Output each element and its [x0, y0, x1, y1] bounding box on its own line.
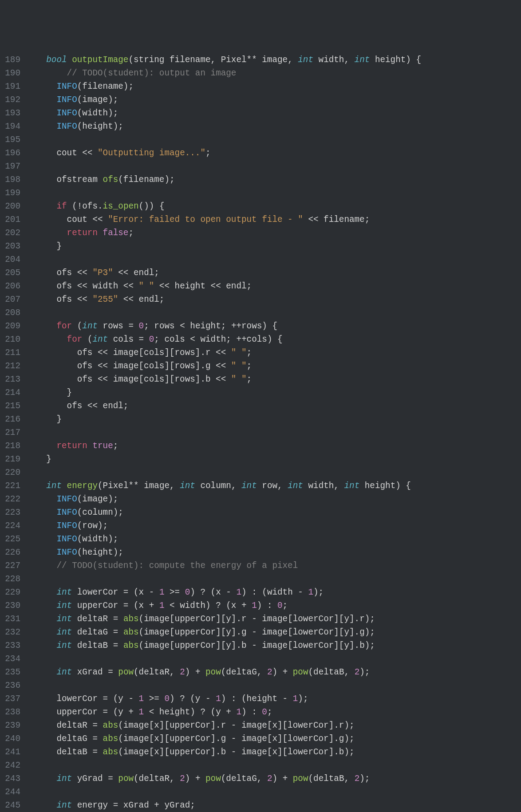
code-line[interactable] — [26, 466, 521, 479]
code-line[interactable] — [26, 426, 521, 439]
code-line[interactable]: int xGrad = pow(deltaR, 2) + pow(deltaG,… — [26, 666, 521, 679]
code-line[interactable]: ofs << "255" << endl; — [26, 293, 521, 306]
token: ; — [283, 601, 288, 611]
code-line[interactable] — [26, 133, 521, 146]
code-line[interactable] — [26, 160, 521, 173]
line-number: 215 — [2, 399, 20, 413]
code-line[interactable] — [26, 253, 521, 266]
line-number: 210 — [2, 333, 20, 346]
code-line[interactable] — [26, 785, 521, 799]
code-line[interactable]: ofs << endl; — [26, 399, 521, 413]
code-line[interactable]: INFO(image); — [26, 93, 521, 106]
token: return — [67, 228, 103, 238]
token: ()) { — [139, 201, 165, 211]
token — [26, 95, 56, 105]
token: pow — [118, 667, 134, 677]
token: ) ? (x - — [190, 587, 236, 597]
code-line[interactable]: } — [26, 240, 521, 253]
code-line[interactable]: deltaG = abs(image[x][upperCor].g - imag… — [26, 732, 521, 745]
token: (width); — [77, 534, 118, 544]
token — [26, 508, 56, 517]
token: "Error: failed to open output file - " — [108, 215, 303, 225]
code-line[interactable]: deltaB = abs(image[x][upperCor].b - imag… — [26, 745, 521, 759]
code-line[interactable]: int deltaR = abs(image[upperCor][y].r - … — [26, 612, 521, 626]
code-line[interactable]: ofs << "P3" << endl; — [26, 266, 521, 280]
code-line[interactable]: INFO(height); — [26, 546, 521, 559]
line-number: 221 — [2, 479, 20, 493]
code-line[interactable]: return true; — [26, 439, 521, 453]
code-line[interactable] — [26, 306, 521, 319]
code-line[interactable]: ofs << image[cols][rows].b << " "; — [26, 373, 521, 386]
token — [26, 122, 56, 131]
token: " " — [231, 361, 247, 371]
code-line[interactable]: int energy(Pixel** image, int column, in… — [26, 479, 521, 493]
code-line[interactable]: // TODO(student): compute the energy of … — [26, 559, 521, 572]
code-line[interactable]: cout << "Outputting image..."; — [26, 146, 521, 160]
code-line[interactable]: return false; — [26, 226, 521, 240]
code-line[interactable]: for (int cols = 0; cols < width; ++cols)… — [26, 333, 521, 346]
code-line[interactable]: int deltaB = abs(image[upperCor][y].b - … — [26, 639, 521, 652]
code-line[interactable]: cout << "Error: failed to open output fi… — [26, 213, 521, 226]
token: int — [56, 641, 77, 650]
code-line[interactable]: // TODO(student): output an image — [26, 67, 521, 80]
code-line[interactable]: bool outputImage(string filename, Pixel*… — [26, 53, 521, 67]
token: ; rows < height; ++rows) { — [144, 321, 277, 331]
code-line[interactable]: int deltaG = abs(image[upperCor][y].g - … — [26, 626, 521, 639]
code-line[interactable]: int upperCor = (x + 1 < width) ? (x + 1)… — [26, 599, 521, 612]
code-line[interactable]: int yGrad = pow(deltaR, 2) + pow(deltaG,… — [26, 772, 521, 785]
line-number: 237 — [2, 692, 20, 706]
code-line[interactable]: for (int rows = 0; rows < height; ++rows… — [26, 319, 521, 333]
code-line[interactable]: lowerCor = (y - 1 >= 0) ? (y - 1) : (hei… — [26, 692, 521, 706]
token: 1 — [139, 694, 144, 704]
token: } — [26, 241, 62, 251]
token: for — [67, 335, 87, 344]
code-line[interactable]: deltaR = abs(image[x][upperCor].r - imag… — [26, 719, 521, 732]
code-line[interactable]: } — [26, 386, 521, 399]
code-line[interactable] — [26, 186, 521, 200]
code-line[interactable] — [26, 759, 521, 772]
code-line[interactable]: INFO(row); — [26, 519, 521, 532]
token: 1 — [293, 694, 298, 704]
line-number: 220 — [2, 466, 20, 479]
code-line[interactable]: ofstream ofs(filename); — [26, 173, 521, 186]
code-line[interactable]: INFO(height); — [26, 120, 521, 133]
code-line[interactable]: ofs << width << " " << height << endl; — [26, 280, 521, 293]
code-editor[interactable]: 1891901911921931941951961971981992002012… — [0, 53, 521, 812]
code-line[interactable]: } — [26, 413, 521, 426]
token: INFO — [56, 494, 77, 504]
code-line[interactable]: INFO(width); — [26, 106, 521, 120]
code-line[interactable]: int lowerCor = (x - 1 >= 0) ? (x - 1) : … — [26, 586, 521, 599]
code-line[interactable]: int energy = xGrad + yGrad; — [26, 799, 521, 812]
code-line[interactable]: upperCor = (y + 1 < height) ? (y + 1) : … — [26, 706, 521, 719]
token: (string filename, Pixel** image, — [128, 55, 298, 65]
token — [26, 548, 56, 557]
token: (image[upperCor][y].b - image[lowerCor][… — [139, 641, 375, 650]
token — [26, 521, 56, 531]
code-line[interactable]: INFO(width); — [26, 532, 521, 546]
token: deltaR = — [26, 721, 103, 730]
code-line[interactable] — [26, 652, 521, 666]
code-line[interactable]: INFO(column); — [26, 506, 521, 519]
code-line[interactable] — [26, 679, 521, 692]
code-line[interactable] — [26, 572, 521, 586]
token: 0 — [164, 694, 170, 704]
code-line[interactable]: INFO(image); — [26, 493, 521, 506]
token: ofs << — [26, 268, 92, 278]
code-line[interactable]: INFO(filename); — [26, 80, 521, 93]
code-line[interactable]: ofs << image[cols][rows].r << " "; — [26, 346, 521, 359]
token: (deltaB, — [308, 667, 355, 677]
token — [26, 534, 56, 544]
code-area[interactable]: bool outputImage(string filename, Pixel*… — [26, 53, 521, 812]
line-number-gutter: 1891901911921931941951961971981992002012… — [0, 53, 26, 812]
token — [26, 800, 56, 810]
token — [26, 441, 56, 451]
code-line[interactable]: } — [26, 453, 521, 466]
line-number: 191 — [2, 80, 20, 93]
code-line[interactable]: ofs << image[cols][rows].g << " "; — [26, 359, 521, 373]
line-number: 195 — [2, 133, 20, 146]
token: lowerCor = (x - — [77, 587, 159, 597]
token: abs — [123, 614, 139, 624]
token: int — [56, 667, 77, 677]
token: ; — [267, 707, 272, 717]
code-line[interactable]: if (!ofs.is_open()) { — [26, 200, 521, 213]
